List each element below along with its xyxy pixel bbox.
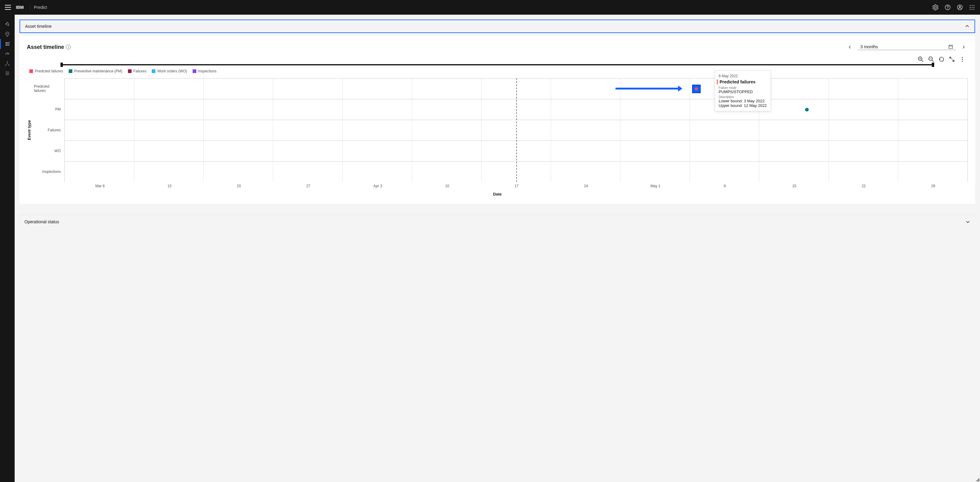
annotation-arrow <box>616 88 679 89</box>
sidebar-item-sliders[interactable] <box>0 69 15 78</box>
svg-point-9 <box>974 7 975 8</box>
event-tooltip: 6 May 2022 Predicted failures Failure mo… <box>715 70 771 111</box>
chart-legend: Predicted failures Preventive maintenanc… <box>27 69 968 73</box>
svg-line-30 <box>932 60 934 62</box>
overflow-menu-button[interactable] <box>959 56 965 62</box>
svg-point-8 <box>972 7 973 8</box>
asset-timeline-card: Asset timeline i 3 months Predicted <box>19 35 975 204</box>
date-range-next-button[interactable] <box>959 43 968 51</box>
legend-item[interactable]: Inspections <box>192 69 217 73</box>
legend-item[interactable]: Preventive maintenance (PM) <box>69 69 123 73</box>
card-title: Asset timeline <box>27 44 64 50</box>
chevron-down-icon <box>965 219 970 224</box>
brand-label: IBM <box>16 5 24 10</box>
card-header: Asset timeline i 3 months <box>27 43 968 51</box>
accordion-asset-timeline[interactable]: Asset timeline <box>19 19 975 33</box>
date-range-prev-button[interactable] <box>846 43 854 51</box>
help-icon[interactable] <box>945 4 951 10</box>
resize-handle-icon[interactable] <box>976 478 979 481</box>
svg-point-32 <box>962 57 963 58</box>
sidebar-item-rocket[interactable] <box>0 19 15 29</box>
slider-handle-left[interactable] <box>60 62 63 67</box>
left-sidebar <box>0 15 15 482</box>
zoom-in-button[interactable] <box>918 56 924 62</box>
operational-status-title: Operational status <box>24 219 59 224</box>
svg-point-5 <box>972 5 973 6</box>
tooltip-failure-mode: PUMPS/STOPPED <box>719 89 767 94</box>
accordion-title: Asset timeline <box>25 24 52 29</box>
predicted-failure-marker[interactable] <box>692 85 701 93</box>
settings-icon[interactable] <box>932 4 939 10</box>
svg-point-6 <box>974 5 975 6</box>
date-range-label: 3 months <box>860 44 878 49</box>
svg-point-34 <box>962 61 963 62</box>
svg-line-14 <box>7 53 8 55</box>
svg-point-4 <box>970 5 971 6</box>
accordion-operational-status[interactable]: Operational status <box>19 215 975 228</box>
fullscreen-button[interactable] <box>949 56 955 62</box>
x-axis: Mar 6 13 20 27 Apr 3 10 17 24 May 1 8 15… <box>65 184 968 188</box>
svg-point-17 <box>8 65 10 65</box>
legend-item[interactable]: Failures <box>128 69 146 73</box>
pm-event-marker[interactable] <box>805 108 809 112</box>
marker-dot-icon <box>695 87 698 90</box>
main-content: Asset timeline Asset timeline i 3 months <box>15 15 980 482</box>
svg-point-33 <box>962 59 963 60</box>
svg-point-18 <box>6 72 7 72</box>
tooltip-failure-mode-label: Failure mode <box>719 86 767 89</box>
svg-point-7 <box>970 7 971 8</box>
svg-point-11 <box>972 9 973 10</box>
product-label: Predict <box>34 5 47 10</box>
svg-point-15 <box>7 61 8 62</box>
today-indicator <box>516 78 517 182</box>
calendar-icon <box>948 44 953 49</box>
chart-grid: 6 May 2022 Predicted failures Failure mo… <box>64 78 968 182</box>
menu-hamburger-button[interactable] <box>5 4 11 10</box>
x-axis-title: Date <box>27 192 968 196</box>
user-icon[interactable] <box>957 4 963 10</box>
sidebar-item-location[interactable] <box>0 29 15 39</box>
y-axis-labels: Predicted failures PM Failures WO Inspec… <box>34 78 64 182</box>
timeline-range-slider[interactable] <box>27 64 968 65</box>
info-icon[interactable]: i <box>66 45 71 49</box>
sidebar-item-timeline[interactable] <box>0 39 15 49</box>
y-axis-title: Event type <box>27 120 32 140</box>
sidebar-item-hierarchy[interactable] <box>0 59 15 69</box>
tooltip-description-label: Description <box>719 95 767 99</box>
svg-point-12 <box>974 9 975 10</box>
svg-point-10 <box>970 9 971 10</box>
legend-item[interactable]: Work orders (WO) <box>152 69 187 73</box>
timeline-chart: Event type Predicted failures PM Failure… <box>27 78 968 182</box>
app-switcher-icon[interactable] <box>969 4 975 10</box>
top-bar: IBM Predict <box>0 0 980 15</box>
svg-point-16 <box>5 65 6 65</box>
zoom-out-button[interactable] <box>928 56 934 62</box>
svg-point-19 <box>8 73 9 74</box>
tooltip-upper-bound: Upper bound: 12 May 2022 <box>719 103 767 108</box>
chevron-up-icon <box>965 24 970 29</box>
sidebar-item-gauge[interactable] <box>0 49 15 59</box>
svg-rect-21 <box>949 45 953 49</box>
svg-point-13 <box>7 33 8 34</box>
tooltip-date: 6 May 2022 <box>719 74 767 78</box>
svg-point-20 <box>6 74 7 75</box>
svg-point-1 <box>947 8 948 9</box>
chart-toolbar <box>27 56 968 62</box>
tooltip-title: Predicted failures <box>717 80 767 84</box>
slider-handle-right[interactable] <box>932 62 934 67</box>
svg-point-3 <box>959 6 961 7</box>
date-range-select[interactable]: 3 months <box>858 44 956 50</box>
tooltip-lower-bound: Lower bound: 3 May 2022 <box>719 99 767 103</box>
legend-item[interactable]: Predicted failures <box>29 69 63 73</box>
svg-line-26 <box>921 60 923 62</box>
reset-zoom-button[interactable] <box>939 56 945 62</box>
